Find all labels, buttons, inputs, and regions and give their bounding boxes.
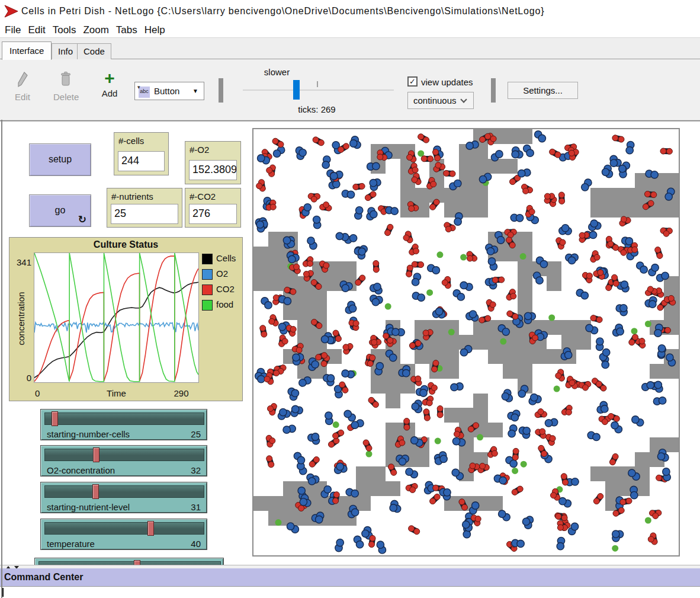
slider-label: starting-nutrient-level [47, 502, 130, 512]
speed-slider-thumb[interactable] [293, 80, 300, 100]
slider-thumb[interactable] [52, 411, 58, 426]
edit-tool-button[interactable]: Edit [10, 71, 35, 102]
world-canvas [253, 129, 679, 555]
toolbar-separator-1 [219, 78, 223, 103]
monitor-o2: #-O2 152.3809 [185, 141, 241, 184]
legend-swatch [202, 269, 213, 280]
tab-bar: InterfaceInfoCode [0, 38, 700, 59]
monitor-cells-label: #-cells [118, 136, 144, 146]
slider-starting-nutrient-level[interactable]: starting-nutrient-level31 [40, 482, 207, 513]
menu-tools[interactable]: Tools [49, 23, 80, 37]
view-updates-checkbox[interactable]: ✓ [407, 76, 418, 87]
tab-code[interactable]: Code [77, 43, 111, 60]
slider-thumb[interactable] [134, 560, 140, 565]
menu-zoom[interactable]: Zoom [79, 23, 112, 37]
delete-tool-button[interactable]: Delete [53, 71, 78, 102]
menu-edit[interactable]: Edit [24, 23, 49, 37]
monitor-o2-value: 152.3809 [189, 160, 237, 180]
setup-button-label: setup [30, 144, 91, 175]
world-view[interactable] [252, 128, 680, 557]
netlogo-window: Cells in Petri Dish - NetLogo {C:\Users\… [0, 0, 700, 598]
legend-label: CO2 [216, 284, 235, 294]
tab-info[interactable]: Info [52, 43, 79, 60]
toolbar-separator-2 [491, 78, 496, 103]
update-mode-dropdown[interactable]: continuous [407, 92, 474, 109]
slider-track[interactable] [44, 522, 204, 535]
button-widget-icon: ▾abc [139, 87, 150, 98]
monitor-co2-value: 276 [189, 204, 237, 224]
legend-label: Cells [216, 253, 236, 263]
speed-slider-track[interactable] [243, 89, 394, 91]
tab-interface[interactable]: Interface [2, 41, 52, 60]
monitor-cells-value: 244 [118, 151, 165, 171]
monitor-co2: #-CO2 276 [185, 188, 241, 228]
toolbar-divider [0, 120, 700, 121]
slider-label: O2-concentration [47, 465, 115, 475]
ticks-counter: ticks: 269 [278, 104, 355, 114]
plot-ymin-label: 0 [9, 373, 31, 383]
slider-thumb[interactable] [92, 484, 99, 499]
slider-track[interactable] [44, 449, 204, 461]
slider-thumb[interactable] [93, 447, 99, 462]
plot-area [34, 252, 199, 383]
slider-value: 40 [191, 539, 201, 549]
toolbar: Edit Delete + Add ▾abc Button ▼ slower t… [0, 59, 700, 120]
settings-button[interactable]: Settings... [508, 82, 578, 99]
slider-value: 31 [191, 502, 201, 512]
slider-temperature[interactable]: temperature40 [40, 519, 207, 550]
pencil-icon [17, 71, 28, 88]
add-tool-button[interactable]: + Add [97, 70, 122, 98]
menu-help[interactable]: Help [141, 23, 169, 37]
plot-ymax-label: 341 [9, 257, 31, 267]
culture-status-plot: Culture Status 341 0 concentration 0 Tim… [9, 237, 243, 401]
speed-slider-slower-label: slower [255, 67, 299, 77]
monitor-cells: #-cells 244 [114, 132, 169, 175]
menu-tabs[interactable]: Tabs [113, 23, 141, 37]
slider-track[interactable] [44, 485, 204, 498]
legend-swatch [202, 254, 213, 264]
update-mode-value: continuous [413, 92, 457, 108]
legend-swatch [202, 300, 213, 311]
command-center-header: Command Center [0, 568, 700, 587]
legend-label: food [216, 299, 233, 309]
slider-label: starting-number-cells [47, 429, 130, 439]
monitor-co2-label: #-CO2 [190, 191, 216, 202]
add-tool-label: Add [97, 88, 122, 98]
title-bar: Cells in Petri Dish - NetLogo {C:\Users\… [0, 0, 700, 23]
window-title: Cells in Petri Dish - NetLogo {C:\Users\… [21, 0, 544, 23]
speed-slider-tickmark [317, 81, 318, 87]
setup-button[interactable]: setup [29, 143, 91, 176]
plot-ylabel: concentration [16, 286, 26, 351]
slider-thumb[interactable] [147, 521, 154, 536]
slider-track[interactable] [44, 412, 204, 425]
netlogo-logo-icon [4, 5, 18, 18]
chevron-down-icon [460, 96, 467, 103]
forever-icon: ↻ [78, 213, 86, 225]
go-button[interactable]: go ↻ [29, 194, 91, 227]
command-center-input[interactable] [0, 587, 700, 598]
monitor-nutrients-label: #-nutrients [111, 191, 153, 202]
plot-curves [34, 253, 198, 382]
delete-tool-label: Delete [53, 92, 78, 102]
interface-canvas: setup go ↻ #-cells 244 #-O2 152.3809 #-n… [0, 120, 700, 565]
slider-O2-concentration[interactable]: O2-concentration32 [40, 445, 207, 477]
slider-label: temperature [47, 539, 95, 549]
plus-icon: + [97, 70, 122, 87]
slider-hidden[interactable] [34, 558, 224, 565]
widget-type-dropdown[interactable]: ▾abc Button ▼ [134, 82, 204, 100]
monitor-o2-label: #-O2 [190, 145, 209, 155]
slider-starting-number-cells[interactable]: starting-number-cells25 [40, 409, 207, 440]
menu-file[interactable]: File [1, 23, 24, 37]
plot-xmax-label: 290 [166, 388, 196, 398]
dropdown-arrow-icon: ▼ [192, 88, 198, 94]
view-updates-label: view updates [421, 77, 473, 87]
command-center-caret [2, 588, 4, 597]
edit-tool-label: Edit [10, 92, 35, 102]
plot-title: Culture Status [9, 239, 242, 250]
menu-bar: FileEditToolsZoomTabsHelp [0, 23, 700, 38]
monitor-nutrients-value: 25 [111, 204, 178, 224]
widget-type-value: Button [154, 86, 179, 96]
trash-icon [60, 71, 72, 88]
legend-swatch [202, 284, 213, 295]
legend-label: O2 [216, 268, 228, 279]
